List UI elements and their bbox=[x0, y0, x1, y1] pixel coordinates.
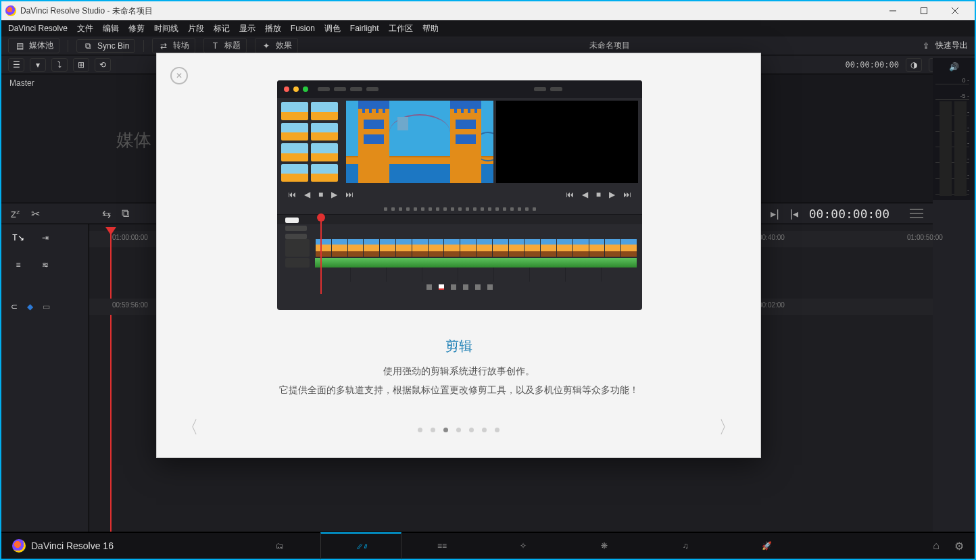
play-icon[interactable]: ▶ bbox=[331, 190, 337, 199]
prev-clip-button[interactable]: |◂ bbox=[790, 207, 798, 220]
menu-item[interactable]: Fairlight bbox=[350, 24, 379, 33]
track-icon[interactable]: ▭ bbox=[43, 302, 50, 311]
viewer-options-button[interactable] bbox=[910, 209, 923, 218]
menu-item[interactable]: 时间线 bbox=[154, 23, 178, 34]
page-dot[interactable] bbox=[443, 428, 448, 432]
window-title-project: 未命名项目 bbox=[112, 5, 153, 17]
sync-bin-button[interactable]: ⧉ Sync Bin bbox=[76, 39, 135, 53]
viewmode-dropdown[interactable]: ▾ bbox=[30, 58, 46, 72]
page-tab-deliver[interactable]: 🚀 bbox=[726, 532, 807, 559]
stop-icon[interactable]: ■ bbox=[318, 190, 323, 199]
close-button[interactable] bbox=[940, 1, 971, 20]
next-clip-button[interactable]: ▸| bbox=[771, 207, 779, 220]
titles-button[interactable]: T 标题 bbox=[203, 38, 247, 53]
prev-icon[interactable]: ◀ bbox=[582, 190, 588, 199]
edit-page-icon: ≡≡ bbox=[437, 541, 447, 551]
last-frame-icon[interactable]: ⏭ bbox=[345, 190, 353, 199]
center-project-title: 未命名项目 bbox=[306, 40, 912, 51]
menu-item[interactable]: 播放 bbox=[265, 23, 281, 34]
page-dot[interactable] bbox=[418, 428, 422, 432]
hero-source-controls: ⏮ ◀ ■ ▶ ⏭ bbox=[288, 190, 353, 199]
scissors-icon[interactable]: ✂ bbox=[31, 207, 40, 220]
page-dot[interactable] bbox=[482, 428, 487, 432]
page-tab-color[interactable]: ❋ bbox=[564, 532, 645, 559]
menu-item[interactable]: 调色 bbox=[324, 23, 341, 34]
mac-close-icon bbox=[284, 86, 289, 92]
monitor-icon[interactable]: ⧉ bbox=[122, 207, 129, 220]
transition-icon: ⇄ bbox=[158, 41, 169, 51]
last-frame-icon[interactable]: ⏭ bbox=[623, 190, 631, 199]
page-tab-fusion[interactable]: ✧ bbox=[483, 532, 564, 559]
newbin-button[interactable]: ⊞ bbox=[73, 58, 89, 72]
fairlight-page-icon: ♫ bbox=[683, 541, 689, 551]
insert-tool-button[interactable]: ≡ bbox=[11, 258, 26, 272]
hero-preview-image bbox=[346, 101, 493, 183]
cut-page-icon: ⫽▯ bbox=[355, 542, 367, 551]
menu-item[interactable]: DaVinci Resolve bbox=[8, 24, 68, 33]
menu-item[interactable]: 工作区 bbox=[389, 23, 413, 34]
replace-tool-button[interactable]: ≋ bbox=[38, 258, 53, 272]
text-tool-button[interactable]: T↘ bbox=[11, 231, 26, 245]
menu-item[interactable]: 帮助 bbox=[422, 23, 439, 34]
speaker-icon[interactable]: 🔊 bbox=[949, 62, 959, 72]
media-pool-button[interactable]: ▤ 媒体池 bbox=[8, 38, 59, 53]
menu-item[interactable]: 显示 bbox=[239, 23, 255, 34]
page-tab-media[interactable]: 🗂 bbox=[239, 532, 320, 559]
marker-icon[interactable]: ◆ bbox=[27, 302, 33, 311]
bin-watermark: 媒体 bbox=[116, 128, 151, 152]
subruler-label: 00:59:56:00 bbox=[112, 301, 148, 309]
title-icon: T bbox=[210, 41, 220, 51]
scopes-button[interactable]: ◑ bbox=[906, 58, 922, 72]
modal-hero: ⏮ ◀ ■ ▶ ⏭ ⏮ ◀ ■ ▶ ⏭ bbox=[277, 80, 642, 310]
ruler-label: 01:00:00:00 bbox=[112, 234, 148, 241]
ruler-label: 00:40:00 bbox=[758, 234, 785, 241]
modal-line-2: 它提供全面的多轨道支持，根据鼠标位置更改修剪工具，以及多机位剪辑等众多功能！ bbox=[157, 384, 760, 397]
import-button[interactable]: ⤵ bbox=[51, 58, 68, 72]
modal-page-dots bbox=[157, 428, 760, 432]
menu-bar: DaVinci Resolve 文件 编辑 修剪 时间线 片段 标记 显示 播放… bbox=[1, 20, 975, 36]
page-dot[interactable] bbox=[495, 428, 499, 432]
first-frame-icon[interactable]: ⏮ bbox=[566, 190, 574, 199]
subruler-label: 00:02:00 bbox=[758, 301, 785, 309]
page-dot[interactable] bbox=[456, 428, 461, 432]
window-title-app: DaVinci Resolve Studio bbox=[20, 6, 105, 16]
first-frame-icon[interactable]: ⏮ bbox=[288, 190, 296, 199]
hero-program-controls: ⏮ ◀ ■ ▶ ⏭ bbox=[566, 190, 631, 199]
page-dot[interactable] bbox=[431, 428, 435, 432]
link-icon[interactable]: ⇆ bbox=[102, 207, 111, 220]
menu-item[interactable]: 编辑 bbox=[103, 23, 119, 34]
syncbin-icon: ⧉ bbox=[82, 41, 93, 51]
welcome-tour-modal: ✕ bbox=[156, 53, 761, 458]
menu-item[interactable]: Fusion bbox=[291, 24, 315, 33]
page-tab-edit[interactable]: ≡≡ bbox=[401, 532, 483, 559]
viewmode-button[interactable]: ☰ bbox=[8, 58, 24, 72]
transitions-button[interactable]: ⇄ 转场 bbox=[152, 38, 195, 53]
sleep-icon[interactable]: zᶻ bbox=[11, 207, 20, 220]
menu-item[interactable]: 标记 bbox=[214, 23, 230, 34]
page-nav-bar: DaVinci Resolve 16 🗂 ⫽▯ ≡≡ ✧ ❋ ♫ 🚀 ⌂ ⚙ bbox=[1, 532, 975, 559]
maximize-button[interactable] bbox=[908, 1, 940, 20]
app-logo-icon bbox=[5, 5, 16, 16]
playhead-line bbox=[110, 234, 112, 532]
magnet-icon[interactable]: ⊂ bbox=[11, 302, 18, 311]
menu-item[interactable]: 文件 bbox=[77, 23, 93, 34]
refresh-button[interactable]: ⟲ bbox=[95, 58, 111, 72]
minimize-button[interactable] bbox=[877, 1, 908, 20]
folder-plus-icon: ⊞ bbox=[78, 60, 84, 70]
play-icon[interactable]: ▶ bbox=[609, 190, 615, 199]
stop-icon[interactable]: ■ bbox=[596, 190, 601, 199]
trim-tool-button[interactable]: ⇥ bbox=[38, 231, 53, 245]
prev-icon[interactable]: ◀ bbox=[304, 190, 310, 199]
menu-item[interactable]: 片段 bbox=[188, 23, 204, 34]
page-tab-fairlight[interactable]: ♫ bbox=[645, 532, 726, 559]
quick-export-button[interactable]: 快速导出 bbox=[935, 40, 968, 51]
image-stack-icon: ▤ bbox=[14, 41, 25, 51]
home-button[interactable]: ⌂ bbox=[933, 540, 940, 553]
settings-button[interactable]: ⚙ bbox=[954, 540, 964, 553]
menu-item[interactable]: 修剪 bbox=[128, 23, 145, 34]
page-dot[interactable] bbox=[469, 428, 474, 432]
page-tab-cut[interactable]: ⫽▯ bbox=[320, 532, 401, 559]
modal-close-button[interactable]: ✕ bbox=[170, 67, 188, 84]
chevron-down-icon: ▾ bbox=[36, 60, 40, 70]
effects-button[interactable]: ✦ 效果 bbox=[255, 38, 298, 53]
